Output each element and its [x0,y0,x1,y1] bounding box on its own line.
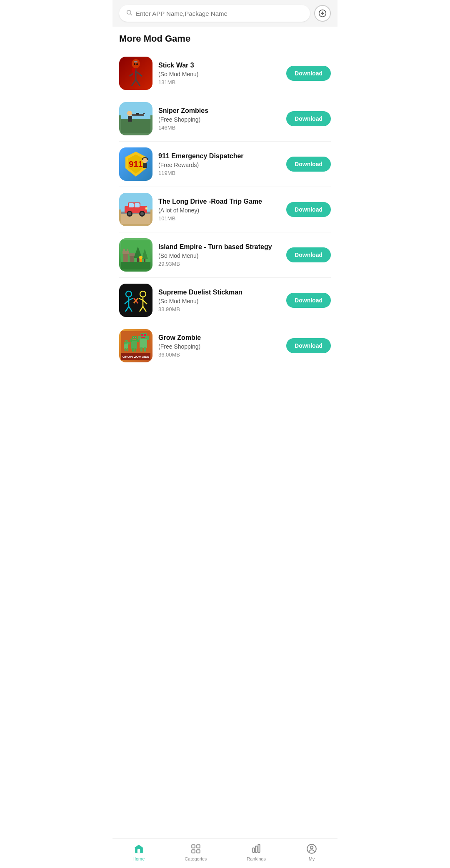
game-mod-island-empire: (So Mod Menu) [158,252,280,259]
nav-home-label: Home [132,856,145,861]
game-mod-911-dispatcher: (Free Rewards) [158,162,280,168]
svg-line-1 [130,14,132,15]
game-size-supreme-duelist: 33.90MB [158,306,280,312]
game-size-long-drive: 101MB [158,215,280,222]
svg-point-36 [128,212,131,215]
game-size-sniper-zombies: 146MB [158,125,280,131]
download-button-long-drive[interactable]: Download [286,202,331,217]
svg-rect-91 [138,336,140,340]
svg-rect-88 [132,339,136,340]
svg-rect-52 [140,259,142,262]
game-item-island-empire: Island Empire - Turn based Strategy (So … [119,232,331,278]
svg-rect-25 [143,163,147,168]
search-icon [126,9,132,17]
download-button-stick-war-3[interactable]: Download [286,66,331,81]
svg-rect-80 [131,340,137,349]
game-item-supreme-duelist: Supreme Duelist Stickman (So Mod Menu) 3… [119,278,331,323]
svg-rect-100 [197,845,200,848]
svg-rect-87 [135,337,136,338]
nav-categories[interactable]: Categories [185,843,207,861]
svg-text:GROW ZOMBIES: GROW ZOMBIES [122,355,150,359]
game-name-island-empire: Island Empire - Turn based Strategy [158,243,280,251]
svg-rect-77 [127,348,128,351]
svg-rect-95 [141,334,143,336]
svg-rect-39 [145,207,148,210]
svg-point-38 [140,212,144,215]
download-button-supreme-duelist[interactable]: Download [286,293,331,308]
svg-rect-17 [128,116,132,122]
svg-point-27 [147,158,148,160]
nav-rankings-label: Rankings [247,856,266,861]
nav-home[interactable]: Home [132,843,145,861]
svg-rect-99 [192,845,195,848]
search-input[interactable] [136,10,303,17]
game-mod-long-drive: (A lot of Money) [158,207,280,214]
game-icon-island-empire [119,238,152,272]
download-button-sniper-zombies[interactable]: Download [286,111,331,126]
section-title: More Mod Game [119,33,331,44]
game-icon-supreme-duelist [119,284,152,317]
svg-line-10 [136,80,140,86]
global-download-button[interactable] [314,5,331,22]
game-icon-long-drive [119,193,152,226]
game-icon-grow-zombie: GROW ZOMBIES [119,329,152,362]
game-item-911-dispatcher: 911 911 Emergency Dispatcher (Free Rewar… [119,142,331,187]
svg-rect-82 [130,339,132,342]
game-name-sniper-zombies: Sniper Zombies [158,107,280,115]
download-button-911-dispatcher[interactable]: Download [286,157,331,172]
svg-rect-15 [121,119,150,133]
nav-my-label: My [309,856,315,861]
game-name-supreme-duelist: Supreme Duelist Stickman [158,289,280,296]
nav-rankings[interactable]: Rankings [247,843,266,861]
game-item-stick-war-3: Stick War 3 (So Mod Menu) 131MB Download [119,51,331,96]
header [112,0,338,27]
svg-rect-79 [127,341,128,342]
my-icon [306,843,318,855]
svg-point-53 [139,256,142,259]
categories-icon [190,843,202,855]
svg-rect-104 [255,846,257,853]
svg-rect-43 [123,249,125,252]
svg-point-16 [127,111,132,116]
search-bar[interactable] [119,5,310,22]
svg-rect-74 [124,342,125,344]
game-size-grow-zombie: 36.00MB [158,352,280,358]
svg-rect-20 [136,113,139,115]
svg-rect-101 [192,850,195,853]
main-content: More Mod Game [112,27,338,402]
download-button-grow-zombie[interactable]: Download [286,338,331,353]
svg-rect-33 [129,203,134,207]
svg-rect-76 [125,348,126,351]
svg-point-4 [132,59,140,68]
svg-rect-84 [132,348,134,352]
svg-rect-44 [127,249,128,252]
svg-rect-94 [144,347,146,352]
game-item-long-drive: The Long Drive -Road Trip Game (A lot of… [119,187,331,232]
svg-point-107 [310,846,313,849]
game-item-sniper-zombies: Sniper Zombies (Free Shopping) 146MB Dow… [119,96,331,142]
svg-rect-86 [133,337,134,338]
svg-rect-85 [135,348,136,352]
game-list: Stick War 3 (So Mod Menu) 131MB Download [119,51,331,368]
game-info-grow-zombie: Grow Zombie (Free Shopping) 36.00MB [158,334,280,358]
home-icon [133,843,145,855]
svg-point-26 [142,158,143,160]
svg-line-8 [136,71,142,76]
nav-my[interactable]: My [306,843,318,861]
svg-rect-75 [128,342,130,344]
svg-rect-51 [121,262,150,269]
game-mod-sniper-zombies: (Free Shopping) [158,116,280,123]
game-size-stick-war-3: 131MB [158,79,280,85]
game-size-911-dispatcher: 119MB [158,170,280,176]
game-info-stick-war-3: Stick War 3 (So Mod Menu) 131MB [158,62,280,85]
svg-rect-93 [140,347,142,352]
nav-categories-label: Categories [185,856,207,861]
rankings-icon [250,843,262,855]
game-name-stick-war-3: Stick War 3 [158,62,280,69]
svg-rect-96 [144,334,146,336]
svg-point-0 [127,10,131,14]
game-name-long-drive: The Long Drive -Road Trip Game [158,198,280,205]
svg-text:911: 911 [129,160,142,169]
svg-rect-98 [137,849,140,853]
download-button-island-empire[interactable]: Download [286,247,331,262]
